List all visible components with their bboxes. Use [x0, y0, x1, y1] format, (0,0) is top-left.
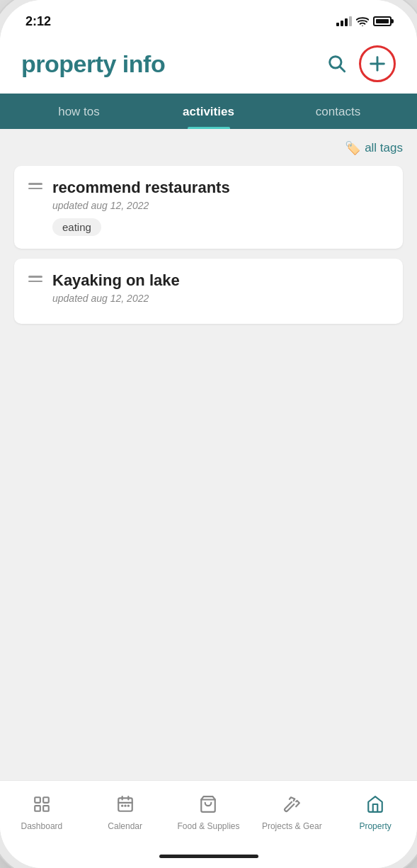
card-updated-2: updated aug 12, 2022	[52, 293, 389, 304]
drag-handle-2	[28, 271, 42, 282]
status-icons	[336, 16, 392, 26]
all-tags-button[interactable]: 🏷️ all tags	[345, 140, 403, 156]
content-area: 🏷️ all tags recommend restaurants update…	[0, 129, 417, 780]
card-content-1: recommend restaurants updated aug 12, 20…	[52, 179, 389, 236]
card-title-1: recommend restaurants	[52, 179, 389, 197]
nav-property-label: Property	[359, 821, 391, 831]
tab-bar: how tos activities contacts	[0, 94, 417, 129]
activity-card-2[interactable]: Kayaking on lake updated aug 12, 2022	[14, 259, 403, 324]
activity-card-1[interactable]: recommend restaurants updated aug 12, 20…	[14, 166, 403, 249]
search-button[interactable]	[324, 50, 349, 78]
nav-food-supplies-label: Food & Supplies	[177, 821, 239, 831]
status-bar: 2:12	[0, 0, 417, 37]
status-time: 2:12	[25, 14, 51, 29]
wifi-icon	[356, 16, 369, 26]
app-header: property info	[0, 37, 417, 94]
tag-chip-eating[interactable]: eating	[52, 218, 101, 236]
page-title: property info	[21, 50, 165, 78]
cart-icon	[199, 795, 217, 818]
calendar-icon	[116, 795, 135, 818]
header-actions	[324, 45, 396, 82]
tags-row: 🏷️ all tags	[14, 140, 403, 156]
nav-food-supplies[interactable]: Food & Supplies	[167, 788, 251, 838]
plus-icon	[367, 54, 387, 74]
svg-rect-6	[43, 797, 49, 803]
search-icon	[326, 53, 346, 73]
card-content-2: Kayaking on lake updated aug 12, 2022	[52, 271, 389, 311]
tab-how-tos[interactable]: how tos	[14, 94, 144, 129]
tab-activities[interactable]: activities	[144, 94, 273, 129]
svg-point-0	[362, 26, 363, 26]
nav-projects-gear[interactable]: Projects & Gear	[250, 788, 333, 838]
nav-calendar[interactable]: Calendar	[84, 788, 167, 838]
nav-property[interactable]: Property	[333, 788, 417, 838]
nav-projects-gear-label: Projects & Gear	[262, 821, 322, 831]
drag-handle-1	[28, 179, 42, 189]
nav-calendar-label: Calendar	[108, 821, 142, 831]
hammer-icon	[282, 795, 301, 818]
battery-icon	[373, 16, 392, 26]
svg-rect-7	[35, 806, 40, 811]
home-bar	[159, 855, 258, 858]
house-icon	[366, 795, 384, 818]
tab-contacts[interactable]: contacts	[273, 94, 403, 129]
svg-rect-8	[43, 806, 49, 811]
signal-icon	[336, 16, 352, 26]
tag-icon: 🏷️	[345, 140, 360, 156]
nav-dashboard[interactable]: Dashboard	[0, 788, 84, 838]
all-tags-label: all tags	[365, 141, 403, 155]
card-updated-1: updated aug 12, 2022	[52, 200, 389, 211]
add-button[interactable]	[359, 45, 396, 82]
card-title-2: Kayaking on lake	[52, 271, 389, 290]
svg-rect-5	[35, 797, 40, 803]
nav-dashboard-label: Dashboard	[21, 821, 63, 831]
bottom-nav: Dashboard Calendar	[0, 780, 417, 844]
home-indicator	[0, 844, 417, 868]
phone-frame: 2:12 property info	[0, 0, 417, 868]
grid-icon	[33, 795, 51, 818]
svg-line-2	[340, 67, 344, 71]
